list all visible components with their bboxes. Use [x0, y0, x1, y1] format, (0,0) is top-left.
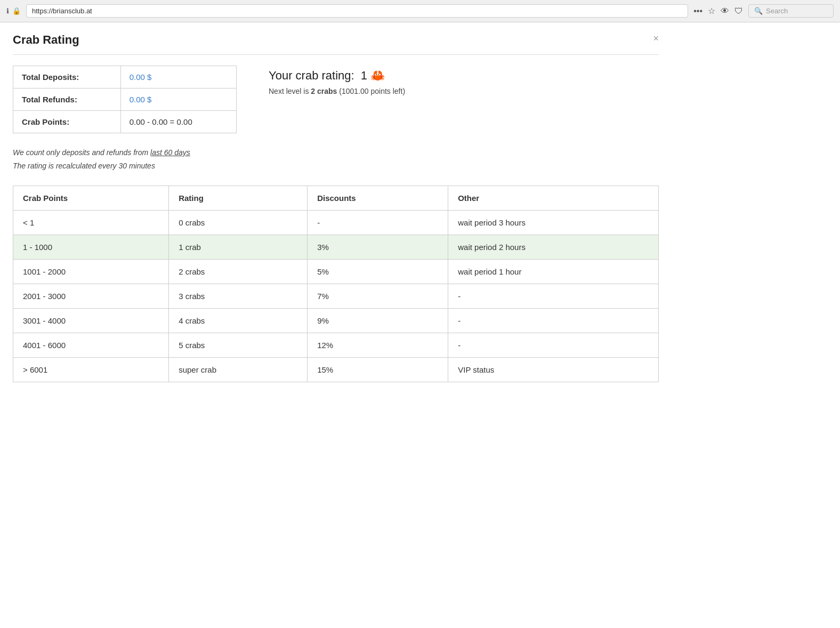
table-cell-discounts: 7%: [308, 284, 448, 309]
last-60-days-link[interactable]: last 60 days: [150, 148, 190, 157]
table-cell-points: 1001 - 2000: [13, 260, 169, 284]
page-header: Crab Rating ×: [13, 33, 659, 55]
notes-line2: The rating is recalculated every 30 minu…: [13, 159, 659, 173]
rating-table: Crab Points Rating Discounts Other < 10 …: [13, 186, 659, 382]
rating-headline: Your crab rating: 1 🦀: [269, 69, 405, 83]
table-cell-rating: 0 crabs: [169, 211, 308, 235]
rating-headline-text: Your crab rating: 1 🦀: [269, 69, 385, 82]
table-cell-rating: super crab: [169, 358, 308, 382]
info-label: Total Deposits:: [13, 66, 121, 88]
info-label: Crab Points:: [13, 111, 121, 133]
info-table: Total Deposits:0.00 $Total Refunds:0.00 …: [13, 66, 237, 133]
info-value: 0.00 $: [120, 88, 236, 111]
table-cell-rating: 2 crabs: [169, 260, 308, 284]
table-cell-discounts: 5%: [308, 260, 448, 284]
table-cell-points: 2001 - 3000: [13, 284, 169, 309]
address-bar[interactable]: https://briansclub.at: [26, 4, 688, 18]
notes: We count only deposits and refunds from …: [13, 146, 659, 173]
info-table-row: Crab Points:0.00 - 0.00 = 0.00: [13, 111, 237, 133]
table-cell-discounts: 9%: [308, 309, 448, 333]
table-cell-other: VIP status: [448, 358, 659, 382]
col-header-other: Other: [448, 186, 659, 211]
table-row: 1 - 10001 crab3%wait period 2 hours: [13, 235, 659, 260]
info-icon: ℹ: [6, 7, 9, 15]
info-value: 0.00 - 0.00 = 0.00: [120, 111, 236, 133]
reader-icon[interactable]: 👁: [721, 6, 729, 16]
browser-actions: ••• ☆ 👁 🛡: [693, 6, 743, 16]
search-icon: 🔍: [754, 7, 763, 15]
rating-sub-text: Next level is 2 crabs (1001.00 points le…: [269, 87, 405, 95]
table-row: 3001 - 40004 crabs9%-: [13, 309, 659, 333]
table-row: 1001 - 20002 crabs5%wait period 1 hour: [13, 260, 659, 284]
table-cell-other: wait period 3 hours: [448, 211, 659, 235]
table-cell-other: wait period 2 hours: [448, 235, 659, 260]
table-row: < 10 crabs-wait period 3 hours: [13, 211, 659, 235]
table-cell-rating: 3 crabs: [169, 284, 308, 309]
col-header-points: Crab Points: [13, 186, 169, 211]
rating-table-header: Crab Points Rating Discounts Other: [13, 186, 659, 211]
table-cell-rating: 5 crabs: [169, 333, 308, 358]
table-cell-rating: 4 crabs: [169, 309, 308, 333]
table-row: 4001 - 60005 crabs12%-: [13, 333, 659, 358]
browser-bar: ℹ 🔒 https://briansclub.at ••• ☆ 👁 🛡 🔍 Se…: [0, 0, 840, 22]
table-cell-other: -: [448, 333, 659, 358]
table-cell-points: 1 - 1000: [13, 235, 169, 260]
table-cell-points: > 6001: [13, 358, 169, 382]
close-button[interactable]: ×: [653, 33, 659, 44]
page-content: Crab Rating × Total Deposits:0.00 $Total…: [0, 22, 672, 393]
info-table-row: Total Refunds:0.00 $: [13, 88, 237, 111]
table-cell-rating: 1 crab: [169, 235, 308, 260]
rating-sub: Next level is 2 crabs (1001.00 points le…: [269, 87, 405, 95]
search-box[interactable]: 🔍 Search: [748, 4, 834, 18]
info-label: Total Refunds:: [13, 88, 121, 111]
shield-icon[interactable]: 🛡: [734, 6, 743, 16]
table-cell-discounts: 15%: [308, 358, 448, 382]
info-table-row: Total Deposits:0.00 $: [13, 66, 237, 88]
menu-dots-icon[interactable]: •••: [693, 6, 702, 16]
table-cell-other: wait period 1 hour: [448, 260, 659, 284]
table-cell-points: 4001 - 6000: [13, 333, 169, 358]
table-row: > 6001super crab15%VIP status: [13, 358, 659, 382]
search-placeholder: Search: [766, 7, 788, 15]
notes-line1: We count only deposits and refunds from …: [13, 146, 659, 159]
rating-section: Your crab rating: 1 🦀 Next level is 2 cr…: [269, 66, 405, 133]
url-text: https://briansclub.at: [32, 7, 92, 15]
top-section: Total Deposits:0.00 $Total Refunds:0.00 …: [13, 66, 659, 133]
lock-icon: 🔒: [12, 7, 21, 15]
table-cell-discounts: 3%: [308, 235, 448, 260]
col-header-discounts: Discounts: [308, 186, 448, 211]
info-value: 0.00 $: [120, 66, 236, 88]
table-cell-other: -: [448, 284, 659, 309]
table-cell-points: < 1: [13, 211, 169, 235]
table-cell-points: 3001 - 4000: [13, 309, 169, 333]
page-title: Crab Rating: [13, 33, 79, 47]
col-header-rating: Rating: [169, 186, 308, 211]
table-row: 2001 - 30003 crabs7%-: [13, 284, 659, 309]
table-cell-discounts: -: [308, 211, 448, 235]
browser-security-icons: ℹ 🔒: [6, 7, 21, 15]
table-cell-discounts: 12%: [308, 333, 448, 358]
table-cell-other: -: [448, 309, 659, 333]
bookmark-icon[interactable]: ☆: [708, 6, 715, 16]
